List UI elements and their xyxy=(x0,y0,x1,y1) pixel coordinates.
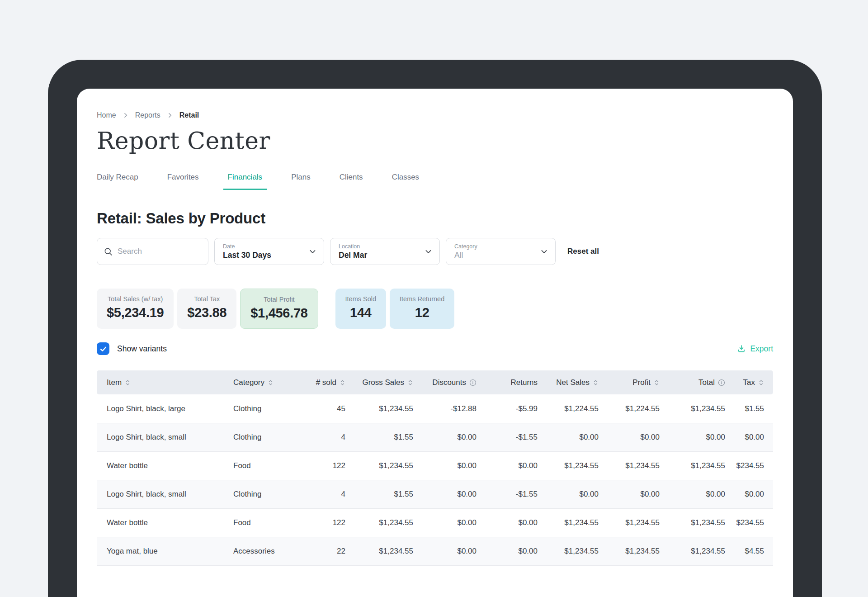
table-controls: Show variants Export xyxy=(97,342,773,355)
dropdown-label: Location xyxy=(339,243,367,250)
report-tabs: Daily RecapFavoritesFinancialsPlansClien… xyxy=(92,170,773,190)
tab-clients[interactable]: Clients xyxy=(335,170,368,190)
column-header-gross-sales[interactable]: Gross Sales xyxy=(345,370,413,394)
cell-total: $1,234.55 xyxy=(660,537,725,565)
cell-sold: 45 xyxy=(296,394,345,423)
column-header-content: Discounts xyxy=(413,378,476,387)
table-header-row: ItemCategory# soldGross SalesDiscountsRe… xyxy=(97,370,773,394)
chevron-right-icon xyxy=(167,112,173,118)
cell-tax: $4.55 xyxy=(725,537,773,565)
cell-sold: 4 xyxy=(296,423,345,451)
table-row-logo-shirt-black-small-3: Logo Shirt, black, smallClothing4$1.55$0… xyxy=(97,480,773,508)
cell-profit: $1,234.55 xyxy=(599,451,660,480)
stat-label: Total Tax xyxy=(187,295,226,303)
cell-discounts: $0.00 xyxy=(413,451,476,480)
cell-total: $1,234.55 xyxy=(660,394,725,423)
sort-icon xyxy=(593,379,599,386)
search-icon xyxy=(104,247,113,256)
tab-daily-recap[interactable]: Daily Recap xyxy=(92,170,143,190)
cell-category: Clothing xyxy=(223,423,296,451)
column-header-content: Gross Sales xyxy=(345,378,413,387)
cell-sold: 122 xyxy=(296,508,345,537)
cell-returns: $0.00 xyxy=(476,537,538,565)
cell-total: $0.00 xyxy=(660,480,725,508)
dropdown-texts: DateLast 30 Days xyxy=(223,243,271,260)
table-row-yoga-mat-blue-5: Yoga mat, blueAccessories22$1,234.55$0.0… xyxy=(97,537,773,565)
stat-label: Items Sold xyxy=(345,295,377,303)
column-header-item[interactable]: Item xyxy=(97,370,223,394)
column-label: Tax xyxy=(743,378,755,387)
export-label: Export xyxy=(750,344,773,354)
search-box[interactable] xyxy=(97,238,208,265)
cell-returns: -$5.99 xyxy=(476,394,538,423)
cell-profit: $0.00 xyxy=(599,480,660,508)
dropdown-label: Category xyxy=(454,243,477,250)
filter-location-dropdown[interactable]: LocationDel Mar xyxy=(330,238,440,265)
tab-favorites[interactable]: Favorites xyxy=(163,170,203,190)
table-row-water-bottle-2: Water bottleFood122$1,234.55$0.00$0.00$1… xyxy=(97,451,773,480)
column-header-net-sales[interactable]: Net Sales xyxy=(538,370,599,394)
breadcrumb-home[interactable]: Home xyxy=(97,111,116,119)
column-header-total: Total xyxy=(660,370,725,394)
cell-gross-sales: $1,234.55 xyxy=(345,537,413,565)
column-header-tax[interactable]: Tax xyxy=(725,370,773,394)
search-input[interactable] xyxy=(118,247,202,256)
dropdown-value: Last 30 Days xyxy=(223,251,271,260)
stat-label: Total Profit xyxy=(250,296,307,303)
page-title: Report Center xyxy=(97,127,773,155)
info-icon[interactable] xyxy=(469,379,476,386)
cell-total: $1,234.55 xyxy=(660,451,725,480)
column-header-sold[interactable]: # sold xyxy=(296,370,345,394)
stat-label: Total Sales (w/ tax) xyxy=(107,295,164,303)
cell-tax: $234.55 xyxy=(725,508,773,537)
tab-classes[interactable]: Classes xyxy=(387,170,424,190)
reset-all-button[interactable]: Reset all xyxy=(567,247,599,256)
cell-category: Accessories xyxy=(223,537,296,565)
chevron-down-icon xyxy=(309,248,316,256)
show-variants-checkbox[interactable] xyxy=(97,342,109,355)
cell-returns: -$1.55 xyxy=(476,423,538,451)
stat-value: 144 xyxy=(345,305,377,320)
table-row-water-bottle-4: Water bottleFood122$1,234.55$0.00$0.00$1… xyxy=(97,508,773,537)
export-button[interactable]: Export xyxy=(737,344,773,354)
sort-icon xyxy=(407,379,413,386)
cell-item: Water bottle xyxy=(97,508,223,537)
checkmark-icon xyxy=(99,345,108,353)
breadcrumb: Home Reports Retail xyxy=(97,111,773,119)
filter-category-dropdown[interactable]: CategoryAll xyxy=(446,238,556,265)
filter-bar: DateLast 30 DaysLocationDel MarCategoryA… xyxy=(97,238,773,265)
column-header-profit[interactable]: Profit xyxy=(599,370,660,394)
cell-net-sales: $1,234.55 xyxy=(538,508,599,537)
column-label: Net Sales xyxy=(556,378,590,387)
cell-returns: $0.00 xyxy=(476,451,538,480)
stat-value: $23.88 xyxy=(187,305,226,320)
cell-profit: $1,234.55 xyxy=(599,508,660,537)
stat-card-items-sold: Items Sold144 xyxy=(335,289,387,329)
column-header-content: # sold xyxy=(296,378,345,387)
column-header-content: Net Sales xyxy=(538,378,599,387)
cell-category: Food xyxy=(223,508,296,537)
cell-gross-sales: $1,234.55 xyxy=(345,394,413,423)
cell-profit: $1,224.55 xyxy=(599,394,660,423)
column-header-discounts: Discounts xyxy=(413,370,476,394)
stat-label: Items Returned xyxy=(400,295,444,303)
download-icon xyxy=(737,344,746,353)
filter-date-dropdown[interactable]: DateLast 30 Days xyxy=(214,238,324,265)
column-header-content: Tax xyxy=(725,378,773,387)
column-header-category[interactable]: Category xyxy=(223,370,296,394)
info-icon[interactable] xyxy=(718,379,725,386)
table-row-logo-shirt-black-small-1: Logo Shirt, black, smallClothing4$1.55$0… xyxy=(97,423,773,451)
column-label: Returns xyxy=(510,378,538,387)
cell-item: Logo Shirt, black, large xyxy=(97,394,223,423)
column-label: Discounts xyxy=(432,378,466,387)
cell-item: Logo Shirt, black, small xyxy=(97,480,223,508)
cell-net-sales: $1,234.55 xyxy=(538,451,599,480)
cell-item: Water bottle xyxy=(97,451,223,480)
cell-profit: $1,234.55 xyxy=(599,537,660,565)
column-header-content: Returns xyxy=(476,378,538,387)
sort-icon xyxy=(758,379,764,386)
stat-value: $5,234.19 xyxy=(107,305,164,320)
tab-financials[interactable]: Financials xyxy=(223,170,267,190)
breadcrumb-reports[interactable]: Reports xyxy=(135,111,160,119)
tab-plans[interactable]: Plans xyxy=(287,170,315,190)
